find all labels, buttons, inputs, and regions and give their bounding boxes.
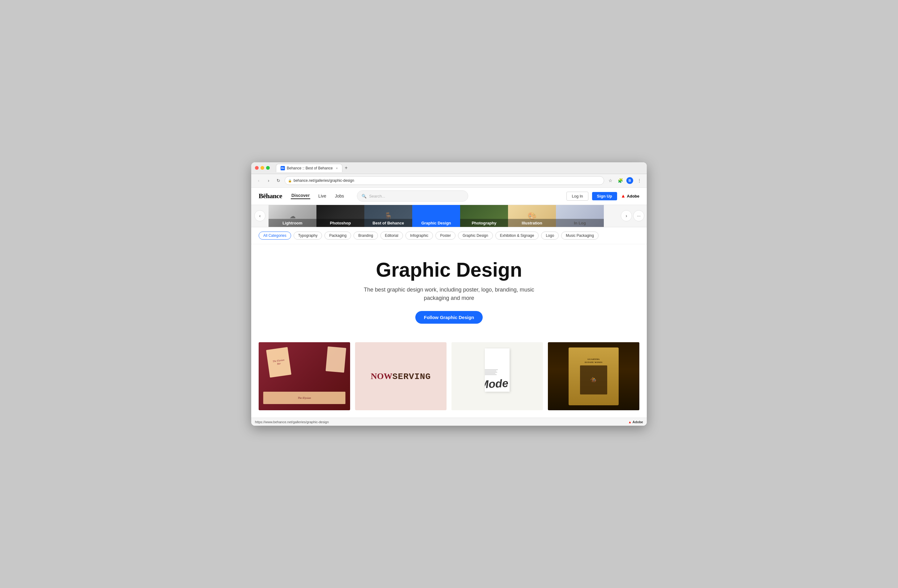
categories-bar: All Categories Typography Packaging Bran…	[251, 227, 647, 244]
login-button[interactable]: Log In	[566, 192, 588, 201]
gallery-item-best[interactable]: 🪑 Best of Behance	[364, 205, 412, 227]
gallery-item-label-illustration: Illustration	[508, 219, 556, 227]
cat-graphic-design[interactable]: Graphic Design	[458, 232, 493, 240]
tab-close-button[interactable]: ×	[336, 166, 338, 170]
nav-right: Log In Sign Up ▲ Adobe	[566, 192, 640, 201]
search-placeholder: Search...	[369, 194, 385, 199]
menu-button[interactable]: ⋮	[636, 177, 643, 184]
cat-infographic[interactable]: Infographic	[406, 232, 433, 240]
cat-exhibition[interactable]: Exhibition & Signage	[495, 232, 539, 240]
adobe-label: Adobe	[627, 194, 640, 199]
search-icon: 🔍	[361, 194, 366, 199]
gallery-card-4[interactable]: GUAHYBAESTATE WINES 🏇	[548, 342, 640, 410]
cat-editorial[interactable]: Editorial	[380, 232, 403, 240]
browser-window: Be Behance :: Best of Behance × + ‹ › ↻ …	[251, 162, 647, 426]
site-nav: Bēhance Discover Live Jobs 🔍 Search... L…	[251, 188, 647, 205]
new-tab-button[interactable]: +	[342, 164, 350, 172]
back-button[interactable]: ‹	[255, 177, 262, 184]
gallery-item-graphic-design[interactable]: Graphic Design	[412, 205, 460, 227]
gallery-items: ☁ Lightroom Photoshop 🪑 Best of Behance	[251, 205, 604, 227]
cat-logo[interactable]: Logo	[541, 232, 559, 240]
address-input[interactable]: 🔒 behance.net/galleries/graphic-design	[284, 176, 604, 185]
gallery-item-photography[interactable]: Photography	[460, 205, 508, 227]
cat-all-categories[interactable]: All Categories	[258, 232, 291, 240]
close-window-button[interactable]	[255, 166, 258, 170]
site-content: Bēhance Discover Live Jobs 🔍 Search... L…	[251, 188, 647, 418]
gallery-item-label-inlog: In Log	[556, 219, 604, 227]
behance-logo[interactable]: Bēhance	[258, 192, 282, 200]
nav-search: 🔍 Search...	[357, 191, 468, 202]
gallery-item-inlog[interactable]: In Log	[556, 205, 604, 227]
nav-discover[interactable]: Discover	[291, 193, 310, 199]
nav-live[interactable]: Live	[318, 194, 327, 199]
gallery-card-2[interactable]: NOWSERVING	[355, 342, 446, 410]
chevron-right-icon: ›	[626, 213, 627, 218]
browser-actions: ☆ 🧩 B ⋮	[607, 177, 643, 184]
gallery-nav: ‹ ☁ Lightroom Photoshop 🪑	[251, 205, 647, 227]
refresh-button[interactable]: ↻	[275, 177, 282, 184]
cat-packaging[interactable]: Packaging	[324, 232, 351, 240]
lock-icon: 🔒	[288, 179, 292, 182]
adobe-icon: ▲	[621, 193, 626, 199]
chevron-left-icon: ‹	[259, 213, 261, 218]
nav-jobs[interactable]: Jobs	[334, 194, 345, 199]
gallery-next-button[interactable]: ›	[621, 210, 632, 222]
cat-typography[interactable]: Typography	[294, 232, 322, 240]
gallery-more-button[interactable]: ···	[633, 210, 644, 222]
follow-button[interactable]: Follow Graphic Design	[415, 311, 483, 324]
adobe-status-icon: ▲	[628, 420, 632, 424]
adobe-logo: ▲ Adobe	[621, 193, 640, 199]
address-bar: ‹ › ↻ 🔒 behance.net/galleries/graphic-de…	[251, 174, 647, 188]
cat-music-packaging[interactable]: Music Packaging	[561, 232, 598, 240]
gallery-card-1[interactable]: The ElysianBar The Elysian	[258, 342, 350, 410]
hero-title: Graphic Design	[258, 259, 640, 281]
hero-section: Graphic Design The best graphic design w…	[251, 244, 647, 335]
star-button[interactable]: ☆	[607, 177, 614, 184]
status-adobe: ▲ Adobe	[628, 420, 643, 424]
gallery-item-label-lightroom: Lightroom	[269, 219, 317, 227]
adobe-status-label: Adobe	[632, 420, 643, 424]
traffic-lights	[255, 166, 270, 170]
gallery-item-lightroom[interactable]: ☁ Lightroom	[269, 205, 317, 227]
status-bar: https://www.behance.net/galleries/graphi…	[251, 418, 647, 426]
nav-links: Discover Live Jobs	[291, 193, 344, 199]
hero-description: The best graphic design work, including …	[363, 286, 535, 302]
tab-title: Behance :: Best of Behance	[287, 166, 333, 170]
title-bar: Be Behance :: Best of Behance × +	[251, 162, 647, 174]
gallery-item-photoshop[interactable]: Photoshop	[317, 205, 364, 227]
search-box[interactable]: 🔍 Search...	[357, 191, 468, 202]
signup-button[interactable]: Sign Up	[592, 192, 617, 200]
user-avatar[interactable]: B	[626, 177, 633, 184]
maximize-window-button[interactable]	[266, 166, 270, 170]
extensions-button[interactable]: 🧩	[617, 177, 624, 184]
cat-branding[interactable]: Branding	[354, 232, 378, 240]
active-tab[interactable]: Be Behance :: Best of Behance ×	[276, 164, 342, 172]
tab-bar: Be Behance :: Best of Behance × +	[276, 164, 350, 172]
tab-favicon: Be	[281, 166, 285, 170]
gallery-grid: The ElysianBar The Elysian NOWSERVING	[251, 335, 647, 418]
gallery-item-label-best: Best of Behance	[364, 219, 412, 227]
gallery-item-label-graphic-design: Graphic Design	[412, 219, 460, 227]
gallery-card-3[interactable]: Mode	[452, 342, 543, 410]
more-icon: ···	[637, 213, 641, 218]
cat-poster[interactable]: Poster	[435, 232, 455, 240]
gallery-item-label-photography: Photography	[460, 219, 508, 227]
gallery-item-illustration[interactable]: 🎨 Illustration	[508, 205, 556, 227]
gallery-item-label-photoshop: Photoshop	[317, 219, 364, 227]
minimize-window-button[interactable]	[260, 166, 264, 170]
forward-button[interactable]: ›	[265, 177, 272, 184]
address-text: behance.net/galleries/graphic-design	[294, 179, 354, 183]
status-url: https://www.behance.net/galleries/graphi…	[255, 420, 329, 424]
